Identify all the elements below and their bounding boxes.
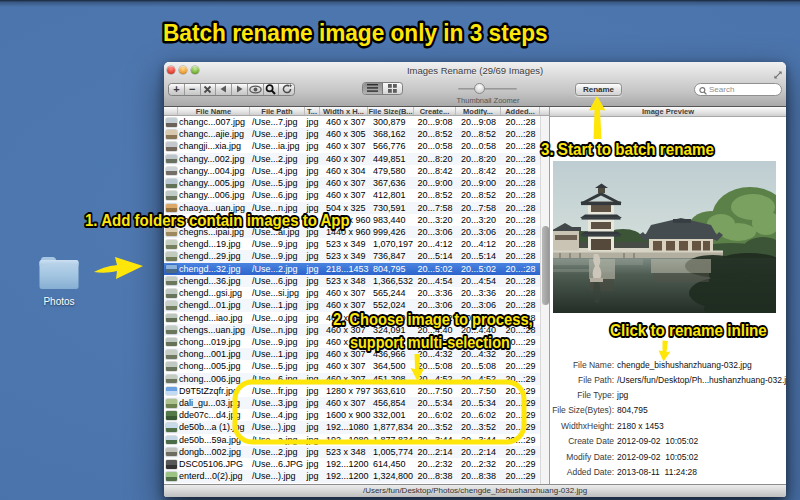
- svg-text:Batch rename image only in 3 s: Batch rename image only in 3 steps: [163, 19, 548, 46]
